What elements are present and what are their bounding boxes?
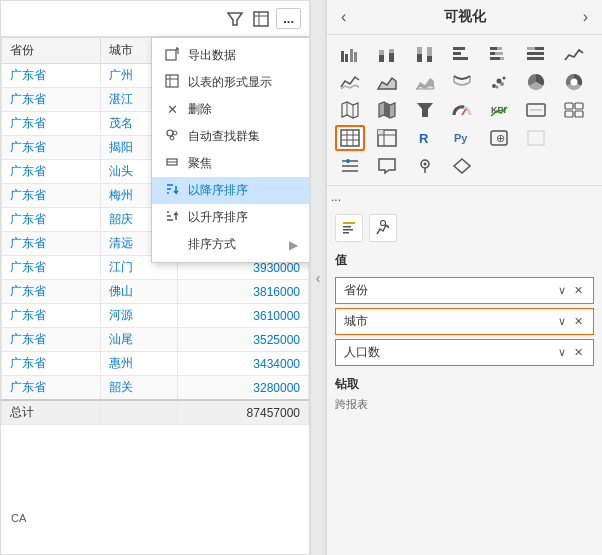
menu-delete[interactable]: ✕ 删除 <box>152 96 310 123</box>
analytics-icon[interactable] <box>369 214 397 242</box>
menu-sort-order-label: 排序方式 <box>188 236 236 253</box>
export-icon <box>164 47 180 64</box>
panel-divider[interactable]: ‹ <box>310 0 326 555</box>
menu-focus[interactable]: 聚焦 <box>152 150 310 177</box>
svg-rect-69 <box>565 103 573 109</box>
field-city-label: 城市 <box>344 313 368 330</box>
viz-icon-bar-stack[interactable] <box>372 41 402 67</box>
viz-icon-scatter[interactable] <box>484 69 514 95</box>
field-city-chevron[interactable]: ∨ <box>556 314 568 329</box>
viz-icon-slicer[interactable] <box>335 153 365 179</box>
viz-icon-speech[interactable] <box>372 153 402 179</box>
field-province-chevron[interactable]: ∨ <box>556 283 568 298</box>
table-row[interactable]: 广东省汕尾3525000 <box>2 328 309 352</box>
viz-icon-custom[interactable]: ⊕ <box>484 125 514 151</box>
viz-icon-area2[interactable] <box>410 69 440 95</box>
viz-icon-matrix[interactable] <box>372 125 402 151</box>
viz-icon-Py[interactable]: Py <box>447 125 477 151</box>
total-label: 总计 <box>2 400 101 425</box>
table-row[interactable]: 广东省佛山3816000 <box>2 280 309 304</box>
menu-sort-desc[interactable]: 以降序排序 <box>152 177 310 204</box>
viz-icon-bar-cluster[interactable] <box>335 41 365 67</box>
viz-icon-multi-card[interactable] <box>559 97 589 123</box>
viz-icon-bar-h-100[interactable] <box>521 41 551 67</box>
ca-label: CA <box>11 512 26 524</box>
field-city-close[interactable]: ✕ <box>572 314 585 329</box>
viz-icon-kpi[interactable]: KPI <box>484 97 514 123</box>
viz-icon-diamond[interactable] <box>447 153 477 179</box>
svg-rect-32 <box>389 53 394 62</box>
viz-icon-bar-h-stack[interactable] <box>484 41 514 67</box>
viz-icon-ribbon[interactable] <box>447 69 477 95</box>
field-province-close[interactable]: ✕ <box>572 283 585 298</box>
menu-export[interactable]: 导出数据 <box>152 42 310 69</box>
field-city[interactable]: 城市 ∨ ✕ <box>335 308 594 335</box>
table-row[interactable]: 广东省河源3610000 <box>2 304 309 328</box>
viz-icon-card[interactable] <box>521 97 551 123</box>
viz-icon-line[interactable] <box>559 41 589 67</box>
svg-text:⊕: ⊕ <box>496 132 505 144</box>
table-icon[interactable] <box>250 8 272 30</box>
viz-icon-blank5[interactable] <box>559 153 589 179</box>
field-province[interactable]: 省份 ∨ ✕ <box>335 277 594 304</box>
menu-sort-asc[interactable]: 以升序排序 <box>152 204 310 231</box>
viz-icon-table[interactable] <box>335 125 365 151</box>
svg-rect-1 <box>254 12 268 26</box>
viz-icon-blank2[interactable] <box>559 125 589 151</box>
viz-icon-map[interactable] <box>335 97 365 123</box>
svg-point-61 <box>570 79 577 86</box>
svg-rect-86 <box>528 131 544 145</box>
viz-more-dots[interactable]: ... <box>327 186 602 208</box>
viz-icon-R[interactable]: R <box>410 125 440 151</box>
svg-rect-41 <box>490 47 497 50</box>
format-icon[interactable] <box>335 214 363 242</box>
viz-icon-blank3[interactable] <box>484 153 514 179</box>
viz-icon-blank[interactable] <box>521 125 551 151</box>
svg-rect-97 <box>343 229 353 231</box>
svg-point-58 <box>503 77 506 80</box>
menu-sort-order[interactable]: 排序方式 ▶ <box>152 231 310 258</box>
svg-rect-50 <box>527 57 544 60</box>
svg-rect-43 <box>490 52 495 55</box>
svg-line-15 <box>173 134 174 135</box>
svg-rect-29 <box>354 52 357 62</box>
svg-rect-39 <box>453 52 461 55</box>
drillthrough-sub: 跨报表 <box>335 397 594 412</box>
table-row[interactable]: 广东省韶关3280000 <box>2 376 309 401</box>
viz-icon-gauge[interactable] <box>447 97 477 123</box>
svg-point-93 <box>423 163 426 166</box>
table-panel: ... 导出数据 以表的形式显示 <box>0 0 310 555</box>
menu-show-table[interactable]: 以表的形式显示 <box>152 69 310 96</box>
svg-text:Py: Py <box>454 132 468 144</box>
viz-icon-pie[interactable] <box>521 69 551 95</box>
viz-icon-bar-100[interactable] <box>410 41 440 67</box>
filter-icon[interactable] <box>224 8 246 30</box>
menu-auto-find-label: 自动查找群集 <box>188 128 260 145</box>
svg-point-11 <box>167 130 173 136</box>
svg-rect-44 <box>495 52 503 55</box>
field-population-close[interactable]: ✕ <box>572 345 585 360</box>
svg-point-90 <box>346 159 350 163</box>
svg-rect-95 <box>343 222 355 224</box>
viz-icon-bar-h[interactable] <box>447 41 477 67</box>
nav-prev[interactable]: ‹ <box>337 6 350 28</box>
svg-rect-72 <box>575 111 583 117</box>
viz-icon-line2[interactable] <box>335 69 365 95</box>
menu-auto-find[interactable]: 自动查找群集 <box>152 123 310 150</box>
viz-icon-donut[interactable] <box>559 69 589 95</box>
viz-icon-filled-map[interactable] <box>372 97 402 123</box>
field-population-chevron[interactable]: ∨ <box>556 345 568 360</box>
section-toolbar <box>335 214 594 242</box>
nav-next[interactable]: › <box>579 6 592 28</box>
field-population[interactable]: 人口数 ∨ ✕ <box>335 339 594 366</box>
auto-find-icon <box>164 128 180 145</box>
ellipsis-button[interactable]: ... <box>276 8 301 29</box>
svg-marker-64 <box>417 103 433 117</box>
svg-point-59 <box>496 86 499 89</box>
total-value: 87457000 <box>177 400 308 425</box>
viz-icon-area[interactable] <box>372 69 402 95</box>
viz-icon-funnel2[interactable] <box>410 97 440 123</box>
viz-icon-map2[interactable] <box>410 153 440 179</box>
table-row[interactable]: 广东省惠州3434000 <box>2 352 309 376</box>
viz-icon-blank4[interactable] <box>521 153 551 179</box>
